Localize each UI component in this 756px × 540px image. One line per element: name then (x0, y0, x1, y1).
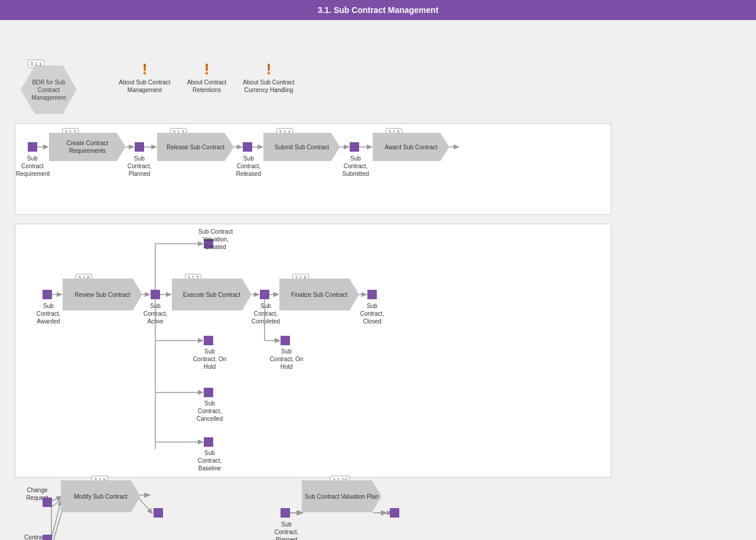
title-bar: 3.1. Sub Contract Management (0, 0, 756, 20)
exclamation-2: ! (204, 61, 210, 77)
modify-sub-chevron: Modify Sub Contract (61, 480, 141, 512)
sc-val-created-label: Sub Contract Valuation, Created (192, 228, 239, 251)
sc-req-label: Sub Contract Requirement (16, 155, 49, 178)
sc-submitted-label: Sub Contract, Submitted (338, 155, 373, 178)
modify-sub-label: Modify Sub Contract (74, 493, 128, 500)
sc-released-sq (243, 142, 252, 152)
finalize-sub-chevron: Finalize Sub Contract (279, 279, 359, 310)
sc-req-sq (28, 142, 37, 152)
award-sub-label: Award Sub Contract (384, 143, 437, 151)
sc-cancelled-sq (204, 388, 213, 397)
submit-sub-label: Submit Sub Contract (275, 143, 329, 151)
review-sub-chevron: Review Sub Contract (63, 279, 142, 310)
finalize-sub-label: Finalize Sub Contract (291, 291, 348, 299)
execute-sub-chevron: Execute Sub Contract (172, 279, 252, 310)
sc-closed-sq (367, 290, 377, 299)
review-sub-label: Review Sub Contract (75, 291, 131, 299)
val-plan-chevron: Sub Contract Valuation Plan (302, 480, 382, 512)
val-plan-label: Sub Contract Valuation Plan (305, 493, 379, 500)
submit-sub-chevron: Submit Sub Contract (263, 133, 340, 161)
sc-submitted-sq (350, 142, 359, 152)
bdr-label: BDR for Sub Contract Management (21, 76, 77, 104)
change-request-sq (43, 498, 52, 507)
award-sub-chevron: Award Sub Contract (373, 133, 449, 161)
notice-label-3: About Sub Contract Currency Handling (242, 78, 295, 94)
page-title: 3.1. Sub Contract Management (318, 5, 439, 15)
release-sub-chevron: Release Sub Contract (157, 133, 234, 161)
bdr-node: BDR for Sub Contract Management (21, 66, 77, 114)
notice-1: ! About Sub Contract Management (118, 61, 171, 94)
release-sub-label: Release Sub Contract (167, 143, 224, 151)
modify-out-sq (154, 508, 163, 518)
exclamation-3: ! (266, 61, 272, 77)
sc-planned-sq (135, 142, 144, 152)
sc-released-label: Sub Contract, Released (231, 155, 266, 178)
sc-planned-label: Sub Contract, Planned (123, 155, 156, 178)
sc-completed-label: Sub Contract, Completed (248, 302, 284, 325)
contract-change-order-sq (43, 535, 52, 540)
execute-sub-label: Execute Sub Contract (183, 291, 240, 299)
exclamation-1: ! (142, 61, 148, 77)
notice-2: ! About Contract Retentions (183, 61, 230, 94)
svg-line-58 (138, 497, 152, 513)
sc-baseline-sq (204, 437, 213, 447)
sc-active-sq (151, 290, 160, 299)
create-contract-chevron: Create Contract Requirements (49, 133, 126, 161)
notice-label-2: About Contract Retentions (183, 78, 230, 94)
sc-on-hold-1-label: Sub Contract, On Hold (192, 348, 227, 371)
sc-planned-2-label: Sub Contract, Planned (269, 521, 304, 540)
flow-section-2 (15, 224, 611, 477)
create-contract-label: Create Contract Requirements (49, 139, 126, 155)
sc-active-label: Sub Contract, Active (139, 302, 172, 325)
notice-3: ! About Sub Contract Currency Handling (242, 61, 295, 94)
sc-closed-label: Sub Contract, Closed (356, 302, 389, 325)
sc-baseline-label: Sub Contract, Baseline (192, 449, 227, 472)
val-plan-out-sq (390, 508, 399, 518)
sc-on-hold-2-sq (281, 336, 290, 345)
sc-on-hold-2-label: Sub Contract, On Hold (269, 348, 304, 371)
notice-label-1: About Sub Contract Management (118, 78, 171, 94)
sc-awarded-label: Sub Contract, Awarded (31, 302, 66, 325)
sc-planned-2-sq (281, 508, 290, 518)
sc-on-hold-1-sq (204, 336, 213, 345)
sc-completed-sq (260, 290, 269, 299)
sc-awarded-sq (43, 290, 52, 299)
sc-cancelled-label: Sub Contract, Cancelled (192, 400, 227, 423)
